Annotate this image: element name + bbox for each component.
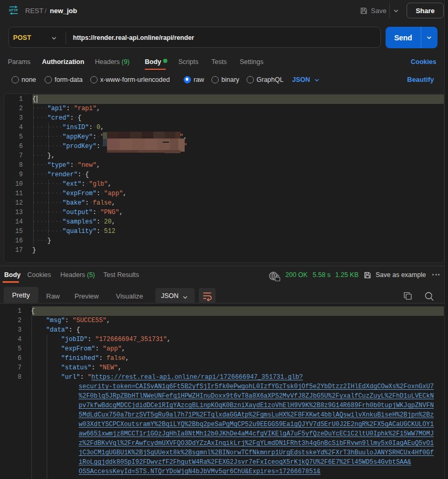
svg-text:HTTP: HTTP: [9, 8, 18, 13]
